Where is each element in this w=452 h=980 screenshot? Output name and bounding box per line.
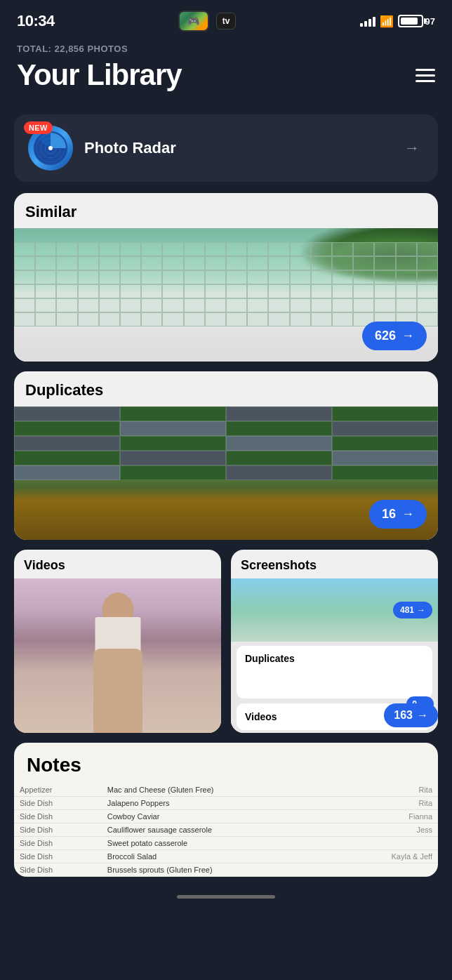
game-app-icon: 🎮 [178, 11, 209, 32]
title-row: Your Library [17, 58, 435, 92]
total-label: TOTAL: 22,856 PHOTOS [17, 44, 435, 54]
radar-label: Photo Radar [84, 139, 389, 157]
screenshots-stack: 481 → Duplicates Videos 0 → [231, 578, 438, 733]
duplicates-count-badge[interactable]: 16 → [369, 500, 427, 529]
table-row: Side DishBroccoli SaladKayla & Jeff [14, 850, 438, 863]
ss-item-1-label: Duplicates [245, 653, 295, 664]
duplicates-image: 16 → [14, 406, 438, 540]
table-row: Side DishCauliflower sausage casseroleJe… [14, 823, 438, 837]
videos-header: Videos [14, 550, 221, 578]
similar-header: Similar [14, 193, 438, 228]
fence-grid [14, 242, 438, 326]
screenshots-count-badge[interactable]: 163 → [384, 703, 438, 727]
stadium-seats [14, 406, 438, 480]
wifi-icon: 📶 [380, 15, 394, 28]
ss-item-2-label: Videos [245, 711, 277, 722]
similar-fence [14, 242, 438, 326]
screenshots-arrow: → [417, 709, 428, 722]
radar-icon-wrap: NEW [28, 126, 73, 171]
status-bar: 10:34 🎮 tv 📶 97 [0, 0, 452, 38]
screenshots-header: Screenshots [231, 550, 438, 578]
status-time: 10:34 [17, 12, 55, 30]
notes-table-wrap: AppetizerMac and Cheese (Gluten Free)Rit… [14, 783, 438, 877]
home-bar [177, 895, 275, 899]
menu-line-3 [416, 80, 435, 82]
photo-radar-card[interactable]: NEW Photo Radar → [14, 114, 438, 182]
duplicates-card[interactable]: Duplicates 16 → [14, 371, 438, 540]
video-bg [14, 578, 221, 733]
header: TOTAL: 22,856 PHOTOS Your Library [0, 38, 452, 103]
table-row: Side DishSweet potato casserole [14, 837, 438, 850]
screenshots-card[interactable]: Screenshots 481 → Duplicates Videos [231, 550, 438, 733]
table-row: Side DishCowboy CaviarFianna [14, 810, 438, 823]
notes-header: Notes [14, 743, 438, 783]
similar-arrow: → [401, 329, 414, 343]
screenshots-count: 163 [394, 709, 413, 722]
status-right: 📶 97 [360, 15, 435, 28]
screenshots-image: 481 → Duplicates Videos 0 → [231, 578, 438, 733]
battery-icon: 97 [398, 15, 435, 27]
table-row: Side DishBrussels sprouts (Gluten Free) [14, 863, 438, 877]
menu-button[interactable] [416, 69, 435, 82]
notes-table: AppetizerMac and Cheese (Gluten Free)Rit… [14, 783, 438, 877]
menu-line-2 [416, 74, 435, 77]
menu-line-1 [416, 69, 435, 71]
home-indicator [0, 887, 452, 907]
duplicates-arrow: → [401, 507, 414, 522]
duplicates-header: Duplicates [14, 371, 438, 406]
ss-top-arrow: → [417, 605, 425, 615]
appletv-icon: tv [216, 13, 237, 29]
person-body [93, 649, 142, 733]
page-title: Your Library [17, 58, 182, 92]
table-row: Side DishJalapeno PoppersRita [14, 797, 438, 810]
ss-item-duplicates: Duplicates [237, 646, 432, 698]
similar-image: 626 → [14, 228, 438, 362]
similar-count-badge[interactable]: 626 → [362, 322, 427, 350]
notes-card[interactable]: Notes AppetizerMac and Cheese (Gluten Fr… [14, 743, 438, 877]
table-row: AppetizerMac and Cheese (Gluten Free)Rit… [14, 783, 438, 797]
radar-svg [32, 130, 69, 166]
ss-top-count: 481 [400, 605, 414, 615]
two-col-grid: Videos Screenshots 481 → [14, 550, 438, 733]
status-center: 🎮 tv [178, 11, 237, 32]
radar-arrow-button[interactable]: → [400, 136, 424, 160]
signal-icon [360, 15, 375, 27]
svg-point-1 [48, 146, 53, 150]
new-badge: NEW [24, 121, 53, 134]
similar-count: 626 [375, 329, 396, 343]
duplicates-count: 16 [382, 507, 396, 522]
videos-image [14, 578, 221, 733]
ss-top-img: 481 → [231, 578, 438, 642]
videos-card[interactable]: Videos [14, 550, 221, 733]
similar-card[interactable]: Similar 626 → [14, 193, 438, 362]
ss-top-badge: 481 → [393, 602, 432, 618]
battery-percent: 97 [425, 16, 435, 27]
